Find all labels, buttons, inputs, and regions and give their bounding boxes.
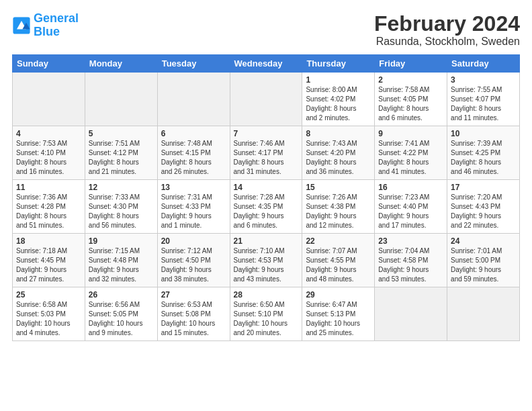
calendar-cell: 18Sunrise: 7:18 AM Sunset: 4:45 PM Dayli… <box>13 234 85 287</box>
day-number: 12 <box>89 183 154 192</box>
calendar-cell: 5Sunrise: 7:51 AM Sunset: 4:12 PM Daylig… <box>85 126 157 180</box>
day-info: Sunrise: 6:50 AM Sunset: 5:10 PM Dayligh… <box>234 300 299 338</box>
calendar-cell: 22Sunrise: 7:07 AM Sunset: 4:55 PM Dayli… <box>302 234 375 287</box>
day-info: Sunrise: 7:46 AM Sunset: 4:17 PM Dayligh… <box>234 139 299 177</box>
day-info: Sunrise: 7:43 AM Sunset: 4:20 PM Dayligh… <box>306 139 371 177</box>
day-number: 20 <box>161 236 226 246</box>
day-of-week-header: Sunday <box>13 55 85 73</box>
day-number: 5 <box>89 129 154 138</box>
day-info: Sunrise: 7:01 AM Sunset: 5:00 PM Dayligh… <box>451 246 516 284</box>
calendar-cell: 12Sunrise: 7:33 AM Sunset: 4:30 PM Dayli… <box>85 180 157 234</box>
day-of-week-header: Monday <box>85 55 157 73</box>
day-number: 17 <box>451 183 516 192</box>
day-number: 9 <box>378 129 443 138</box>
day-info: Sunrise: 7:48 AM Sunset: 4:15 PM Dayligh… <box>161 139 226 177</box>
calendar-cell: 24Sunrise: 7:01 AM Sunset: 5:00 PM Dayli… <box>447 234 520 287</box>
day-info: Sunrise: 7:07 AM Sunset: 4:55 PM Dayligh… <box>306 246 371 284</box>
day-number: 16 <box>378 183 443 192</box>
day-number: 15 <box>306 183 371 192</box>
logo-line2: Blue <box>34 25 60 38</box>
day-of-week-header: Thursday <box>302 55 375 73</box>
day-of-week-header: Friday <box>375 55 447 73</box>
calendar-cell: 20Sunrise: 7:12 AM Sunset: 4:50 PM Dayli… <box>157 234 230 287</box>
day-number: 28 <box>234 290 299 300</box>
calendar-cell: 27Sunrise: 6:53 AM Sunset: 5:08 PM Dayli… <box>157 287 230 341</box>
calendar-cell: 13Sunrise: 7:31 AM Sunset: 4:33 PM Dayli… <box>157 180 230 234</box>
day-number: 13 <box>161 183 226 192</box>
title-section: February 2024 Rasunda, Stockholm, Sweden <box>374 12 520 48</box>
day-info: Sunrise: 7:20 AM Sunset: 4:43 PM Dayligh… <box>451 193 516 230</box>
day-number: 27 <box>161 290 226 300</box>
calendar-cell: 19Sunrise: 7:15 AM Sunset: 4:48 PM Dayli… <box>85 234 157 287</box>
calendar-week-row: 4Sunrise: 7:53 AM Sunset: 4:10 PM Daylig… <box>13 126 520 180</box>
day-number: 11 <box>16 183 81 192</box>
day-info: Sunrise: 6:56 AM Sunset: 5:05 PM Dayligh… <box>89 300 154 338</box>
day-number: 24 <box>451 236 516 246</box>
day-info: Sunrise: 7:36 AM Sunset: 4:28 PM Dayligh… <box>16 193 81 230</box>
calendar-cell <box>447 287 520 341</box>
header: General Blue February 2024 Rasunda, Stoc… <box>12 12 520 48</box>
calendar-cell: 2Sunrise: 7:58 AM Sunset: 4:05 PM Daylig… <box>375 73 447 126</box>
calendar-cell <box>375 287 447 341</box>
calendar-header-row: SundayMondayTuesdayWednesdayThursdayFrid… <box>13 55 520 73</box>
logo-icon <box>12 16 31 35</box>
calendar-cell <box>13 73 85 126</box>
day-number: 18 <box>16 236 81 246</box>
day-number: 14 <box>234 183 299 192</box>
day-info: Sunrise: 7:28 AM Sunset: 4:35 PM Dayligh… <box>234 193 299 230</box>
day-number: 23 <box>378 236 443 246</box>
calendar-cell: 8Sunrise: 7:43 AM Sunset: 4:20 PM Daylig… <box>302 126 375 180</box>
calendar-cell: 4Sunrise: 7:53 AM Sunset: 4:10 PM Daylig… <box>13 126 85 180</box>
day-info: Sunrise: 7:26 AM Sunset: 4:38 PM Dayligh… <box>306 193 371 230</box>
calendar-week-row: 1Sunrise: 8:00 AM Sunset: 4:02 PM Daylig… <box>13 73 520 126</box>
day-info: Sunrise: 7:12 AM Sunset: 4:50 PM Dayligh… <box>161 246 226 284</box>
logo: General Blue <box>12 12 79 39</box>
day-of-week-header: Saturday <box>447 55 520 73</box>
calendar-week-row: 18Sunrise: 7:18 AM Sunset: 4:45 PM Dayli… <box>13 234 520 287</box>
calendar-cell: 15Sunrise: 7:26 AM Sunset: 4:38 PM Dayli… <box>302 180 375 234</box>
day-info: Sunrise: 7:33 AM Sunset: 4:30 PM Dayligh… <box>89 193 154 230</box>
calendar-cell: 25Sunrise: 6:58 AM Sunset: 5:03 PM Dayli… <box>13 287 85 341</box>
calendar: SundayMondayTuesdayWednesdayThursdayFrid… <box>12 54 520 341</box>
day-number: 8 <box>306 129 371 138</box>
day-info: Sunrise: 6:53 AM Sunset: 5:08 PM Dayligh… <box>161 300 226 338</box>
calendar-cell: 11Sunrise: 7:36 AM Sunset: 4:28 PM Dayli… <box>13 180 85 234</box>
day-number: 2 <box>378 75 443 85</box>
day-info: Sunrise: 7:23 AM Sunset: 4:40 PM Dayligh… <box>378 193 443 230</box>
day-info: Sunrise: 7:58 AM Sunset: 4:05 PM Dayligh… <box>378 85 443 123</box>
day-number: 29 <box>306 290 371 300</box>
day-info: Sunrise: 7:18 AM Sunset: 4:45 PM Dayligh… <box>16 246 81 284</box>
day-info: Sunrise: 7:15 AM Sunset: 4:48 PM Dayligh… <box>89 246 154 284</box>
day-info: Sunrise: 7:55 AM Sunset: 4:07 PM Dayligh… <box>451 85 516 123</box>
calendar-cell: 3Sunrise: 7:55 AM Sunset: 4:07 PM Daylig… <box>447 73 520 126</box>
day-info: Sunrise: 6:58 AM Sunset: 5:03 PM Dayligh… <box>16 300 81 338</box>
day-number: 25 <box>16 290 81 300</box>
day-info: Sunrise: 7:51 AM Sunset: 4:12 PM Dayligh… <box>89 139 154 177</box>
calendar-cell: 26Sunrise: 6:56 AM Sunset: 5:05 PM Dayli… <box>85 287 157 341</box>
day-info: Sunrise: 7:53 AM Sunset: 4:10 PM Dayligh… <box>16 139 81 177</box>
day-info: Sunrise: 7:10 AM Sunset: 4:53 PM Dayligh… <box>234 246 299 284</box>
calendar-cell: 14Sunrise: 7:28 AM Sunset: 4:35 PM Dayli… <box>230 180 302 234</box>
calendar-cell: 7Sunrise: 7:46 AM Sunset: 4:17 PM Daylig… <box>230 126 302 180</box>
calendar-cell: 1Sunrise: 8:00 AM Sunset: 4:02 PM Daylig… <box>302 73 375 126</box>
day-info: Sunrise: 7:39 AM Sunset: 4:25 PM Dayligh… <box>451 139 516 177</box>
day-number: 22 <box>306 236 371 246</box>
day-info: Sunrise: 8:00 AM Sunset: 4:02 PM Dayligh… <box>306 85 371 123</box>
page: General Blue February 2024 Rasunda, Stoc… <box>0 0 532 348</box>
day-number: 26 <box>89 290 154 300</box>
day-number: 4 <box>16 129 81 138</box>
calendar-cell: 23Sunrise: 7:04 AM Sunset: 4:58 PM Dayli… <box>375 234 447 287</box>
calendar-cell: 16Sunrise: 7:23 AM Sunset: 4:40 PM Dayli… <box>375 180 447 234</box>
day-number: 3 <box>451 75 516 85</box>
day-info: Sunrise: 6:47 AM Sunset: 5:13 PM Dayligh… <box>306 300 371 338</box>
day-number: 10 <box>451 129 516 138</box>
calendar-cell <box>157 73 230 126</box>
day-of-week-header: Wednesday <box>230 55 302 73</box>
logo-line1: General <box>34 11 79 25</box>
calendar-cell: 29Sunrise: 6:47 AM Sunset: 5:13 PM Dayli… <box>302 287 375 341</box>
day-number: 19 <box>89 236 154 246</box>
day-info: Sunrise: 7:41 AM Sunset: 4:22 PM Dayligh… <box>378 139 443 177</box>
logo-text: General Blue <box>34 12 79 39</box>
calendar-cell: 28Sunrise: 6:50 AM Sunset: 5:10 PM Dayli… <box>230 287 302 341</box>
location-title: Rasunda, Stockholm, Sweden <box>374 36 520 48</box>
